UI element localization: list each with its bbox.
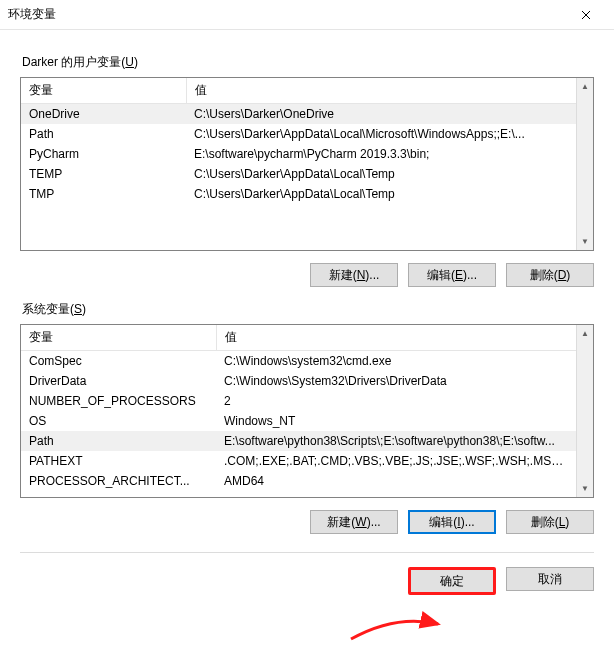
table-row[interactable]: OSWindows_NT xyxy=(21,411,576,431)
cell-variable: TEMP xyxy=(21,164,186,184)
table-row[interactable]: TEMPC:\Users\Darker\AppData\Local\Temp xyxy=(21,164,576,184)
cell-value: E:\software\pycharm\PyCharm 2019.3.3\bin… xyxy=(186,144,576,164)
close-icon xyxy=(581,10,591,20)
table-row[interactable]: PyCharmE:\software\pycharm\PyCharm 2019.… xyxy=(21,144,576,164)
user-col-value[interactable]: 值 xyxy=(186,78,576,104)
cell-variable: OS xyxy=(21,411,216,431)
cell-variable: ComSpec xyxy=(21,351,216,372)
user-vars-label-hotkey: U xyxy=(125,55,134,69)
cell-value: C:\Users\Darker\AppData\Local\Temp xyxy=(186,164,576,184)
annotation-arrow-icon xyxy=(346,609,446,649)
cancel-button[interactable]: 取消 xyxy=(506,567,594,591)
system-scrollbar[interactable]: ▲ ▼ xyxy=(576,325,593,497)
table-row[interactable]: PROCESSOR_ARCHITECT...AMD64 xyxy=(21,471,576,491)
table-row[interactable]: PATHEXT.COM;.EXE;.BAT;.CMD;.VBS;.VBE;.JS… xyxy=(21,451,576,471)
user-vars-table-box: 变量 值 OneDriveC:\Users\Darker\OneDrivePat… xyxy=(20,77,594,251)
system-vars-label-suffix: ) xyxy=(82,302,86,316)
cell-variable: PROCESSOR_ARCHITECT... xyxy=(21,471,216,491)
system-vars-label-hotkey: S xyxy=(74,302,82,316)
user-col-variable[interactable]: 变量 xyxy=(21,78,186,104)
user-scrollbar[interactable]: ▲ ▼ xyxy=(576,78,593,250)
cell-value: C:\Users\Darker\OneDrive xyxy=(186,104,576,125)
cell-value: E:\software\python38\Scripts\;E:\softwar… xyxy=(216,431,576,451)
cell-variable: PATHEXT xyxy=(21,451,216,471)
cell-value: Windows_NT xyxy=(216,411,576,431)
table-row[interactable]: DriverDataC:\Windows\System32\Drivers\Dr… xyxy=(21,371,576,391)
system-vars-label: 系统变量(S) xyxy=(22,301,594,318)
cell-value: C:\Users\Darker\AppData\Local\Temp xyxy=(186,184,576,204)
user-new-button[interactable]: 新建(N)... xyxy=(310,263,398,287)
system-vars-buttons: 新建(W)... 编辑(I)... 删除(L) xyxy=(20,510,594,534)
titlebar: 环境变量 xyxy=(0,0,614,30)
system-edit-button[interactable]: 编辑(I)... xyxy=(408,510,496,534)
dialog-buttons: 确定 取消 xyxy=(20,552,594,595)
cell-variable: Path xyxy=(21,431,216,451)
scroll-up-icon[interactable]: ▲ xyxy=(577,78,593,95)
table-row[interactable]: NUMBER_OF_PROCESSORS2 xyxy=(21,391,576,411)
cell-variable: Path xyxy=(21,124,186,144)
table-row[interactable]: PathE:\software\python38\Scripts\;E:\sof… xyxy=(21,431,576,451)
system-vars-table-box: 变量 值 ComSpecC:\Windows\system32\cmd.exeD… xyxy=(20,324,594,498)
user-vars-buttons: 新建(N)... 编辑(E)... 删除(D) xyxy=(20,263,594,287)
table-row[interactable]: ComSpecC:\Windows\system32\cmd.exe xyxy=(21,351,576,372)
cell-variable: TMP xyxy=(21,184,186,204)
system-col-variable[interactable]: 变量 xyxy=(21,325,216,351)
user-vars-label-prefix: Darker 的用户变量( xyxy=(22,55,125,69)
table-row[interactable]: PathC:\Users\Darker\AppData\Local\Micros… xyxy=(21,124,576,144)
ok-button[interactable]: 确定 xyxy=(408,567,496,595)
cell-variable: PyCharm xyxy=(21,144,186,164)
system-col-value[interactable]: 值 xyxy=(216,325,576,351)
user-vars-label-suffix: ) xyxy=(134,55,138,69)
scroll-up-icon[interactable]: ▲ xyxy=(577,325,593,342)
user-vars-label: Darker 的用户变量(U) xyxy=(22,54,594,71)
dialog-content: Darker 的用户变量(U) 变量 值 OneDriveC:\Users\Da… xyxy=(0,30,614,595)
system-vars-table[interactable]: 变量 值 ComSpecC:\Windows\system32\cmd.exeD… xyxy=(21,325,576,491)
scroll-down-icon[interactable]: ▼ xyxy=(577,480,593,497)
user-delete-button[interactable]: 删除(D) xyxy=(506,263,594,287)
table-row[interactable]: OneDriveC:\Users\Darker\OneDrive xyxy=(21,104,576,125)
scroll-down-icon[interactable]: ▼ xyxy=(577,233,593,250)
close-button[interactable] xyxy=(566,1,606,29)
user-edit-button[interactable]: 编辑(E)... xyxy=(408,263,496,287)
cell-value: AMD64 xyxy=(216,471,576,491)
scroll-track[interactable] xyxy=(577,95,593,233)
cell-value: .COM;.EXE;.BAT;.CMD;.VBS;.VBE;.JS;.JSE;.… xyxy=(216,451,576,471)
cell-variable: OneDrive xyxy=(21,104,186,125)
cell-value: C:\Windows\System32\Drivers\DriverData xyxy=(216,371,576,391)
window-title: 环境变量 xyxy=(8,6,566,23)
cell-variable: NUMBER_OF_PROCESSORS xyxy=(21,391,216,411)
system-delete-button[interactable]: 删除(L) xyxy=(506,510,594,534)
cell-value: C:\Windows\system32\cmd.exe xyxy=(216,351,576,372)
cell-variable: DriverData xyxy=(21,371,216,391)
system-new-button[interactable]: 新建(W)... xyxy=(310,510,398,534)
cell-value: C:\Users\Darker\AppData\Local\Microsoft\… xyxy=(186,124,576,144)
system-vars-label-prefix: 系统变量( xyxy=(22,302,74,316)
cell-value: 2 xyxy=(216,391,576,411)
table-row[interactable]: TMPC:\Users\Darker\AppData\Local\Temp xyxy=(21,184,576,204)
scroll-track[interactable] xyxy=(577,342,593,480)
user-vars-table[interactable]: 变量 值 OneDriveC:\Users\Darker\OneDrivePat… xyxy=(21,78,576,204)
